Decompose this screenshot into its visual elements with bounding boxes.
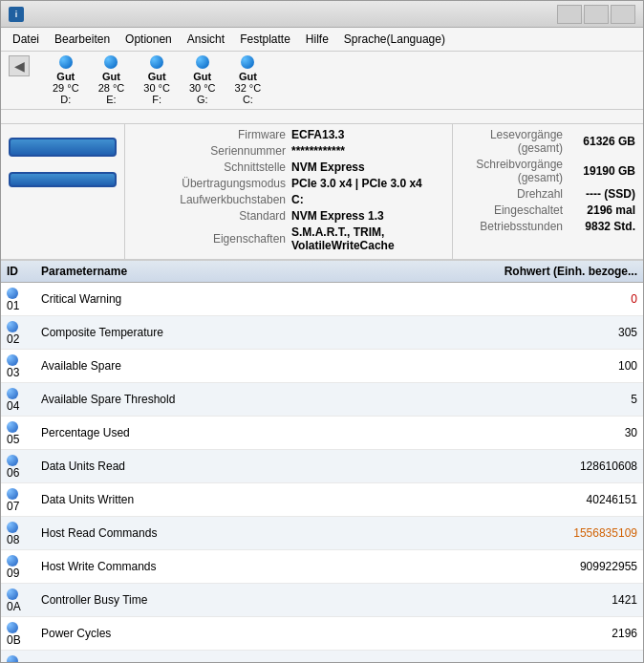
row-name: Data Units Read bbox=[35, 450, 471, 483]
right-row: Betriebsstunden 9832 Std. bbox=[461, 220, 635, 233]
row-id: 0C bbox=[1, 651, 35, 663]
row-dot bbox=[7, 522, 18, 533]
menu-item-bearbeiten[interactable]: Bearbeiten bbox=[47, 30, 118, 49]
row-graph bbox=[471, 316, 490, 350]
drive-item-G[interactable]: Gut 30 °C G: bbox=[189, 55, 216, 105]
row-dot bbox=[7, 321, 18, 332]
col-raw: Rohwert (Einh. bezoge... bbox=[490, 261, 643, 283]
drive-temp: 29 °C bbox=[53, 82, 79, 94]
prev-drive-button[interactable]: ◀ bbox=[9, 55, 30, 76]
row-value: 100 bbox=[490, 350, 643, 383]
close-button[interactable] bbox=[611, 5, 635, 24]
col-name: Parametername bbox=[35, 261, 471, 283]
row-dot bbox=[7, 388, 18, 399]
table-row[interactable]: 04 Available Spare Threshold 5 bbox=[1, 383, 643, 417]
table-row[interactable]: 07 Data Units Written 40246151 bbox=[1, 483, 643, 517]
title-bar: i bbox=[1, 1, 643, 28]
minimize-button[interactable] bbox=[557, 5, 582, 24]
row-graph bbox=[471, 350, 490, 383]
table-row[interactable]: 06 Data Units Read 128610608 bbox=[1, 450, 643, 483]
row-id: 03 bbox=[1, 350, 35, 383]
drive-letter: C: bbox=[243, 94, 253, 105]
drive-item-D[interactable]: Gut 29 °C D: bbox=[53, 55, 79, 105]
row-id: 0B bbox=[1, 617, 35, 651]
table-row[interactable]: 0A Controller Busy Time 1421 bbox=[1, 584, 643, 617]
right-panel: Lesevorgänge (gesamt) 61326 GB Schreibvo… bbox=[452, 124, 643, 259]
drive-dot bbox=[241, 55, 254, 69]
row-id: 01 bbox=[1, 283, 35, 316]
drive-letter: F: bbox=[152, 94, 161, 105]
detail-val: NVM Express bbox=[291, 160, 365, 174]
drive-health-label: Gut bbox=[56, 71, 75, 82]
menu-item-hilfe[interactable]: Hilfe bbox=[298, 30, 336, 49]
menu-item-optionen[interactable]: Optionen bbox=[118, 30, 180, 49]
health-panel bbox=[1, 124, 125, 259]
detail-row: Standard NVM Express 1.3 bbox=[133, 209, 444, 223]
drive-item-F[interactable]: Gut 30 °C F: bbox=[143, 55, 170, 105]
row-graph bbox=[471, 617, 490, 651]
drive-health-label: Gut bbox=[239, 71, 257, 82]
drive-dot bbox=[104, 55, 118, 69]
row-name: Critical Warning bbox=[35, 283, 471, 316]
detail-key: Laufwerkbuchstaben bbox=[133, 193, 286, 206]
drive-health-label: Gut bbox=[102, 71, 120, 82]
drive-temp: 28 °C bbox=[98, 82, 125, 94]
right-val: 9832 Std. bbox=[569, 220, 635, 233]
detail-val: NVM Express 1.3 bbox=[291, 209, 384, 223]
detail-row: Laufwerkbuchstaben C: bbox=[133, 193, 444, 206]
row-graph bbox=[471, 651, 490, 663]
row-id: 07 bbox=[1, 483, 35, 517]
drive-temp: 30 °C bbox=[143, 82, 170, 94]
drive-health-label: Gut bbox=[193, 71, 211, 82]
row-id: 02 bbox=[1, 316, 35, 350]
detail-key: Schnittstelle bbox=[133, 160, 286, 174]
drive-letter: E: bbox=[106, 94, 116, 105]
right-row: Eingeschaltet 2196 mal bbox=[461, 203, 635, 217]
table-row[interactable]: 08 Host Read Commands 1556835109 bbox=[1, 517, 643, 550]
row-id: 0A bbox=[1, 584, 35, 617]
row-value: 1421 bbox=[490, 584, 643, 617]
row-name: Power On Hours bbox=[35, 651, 471, 663]
app-icon: i bbox=[9, 7, 24, 22]
col-empty bbox=[471, 261, 490, 283]
drive-item-E[interactable]: Gut 28 °C E: bbox=[98, 55, 125, 105]
table-row[interactable]: 0C Power On Hours 9832 bbox=[1, 651, 643, 663]
row-value: 128610608 bbox=[490, 450, 643, 483]
drive-item-C[interactable]: Gut 32 °C C: bbox=[235, 55, 262, 105]
maximize-button[interactable] bbox=[584, 5, 609, 24]
info-section: Firmware ECFA13.3 Seriennummer *********… bbox=[1, 124, 643, 260]
smart-table: ID Parametername Rohwert (Einh. bezoge..… bbox=[1, 261, 643, 662]
detail-key: Seriennummer bbox=[133, 144, 286, 158]
row-value: 30 bbox=[490, 417, 643, 450]
row-graph bbox=[471, 550, 490, 584]
menu-item-sprache(language)[interactable]: Sprache(Language) bbox=[336, 30, 453, 49]
table-row[interactable]: 0B Power Cycles 2196 bbox=[1, 617, 643, 651]
row-dot bbox=[7, 421, 18, 433]
right-row: Drehzahl ---- (SSD) bbox=[461, 187, 635, 201]
menu-bar: DateiBearbeitenOptionenAnsichtFestplatte… bbox=[1, 28, 643, 52]
drive-bar: ◀ Gut 29 °C D: Gut 28 °C E: Gut 30 °C F:… bbox=[1, 52, 643, 110]
detail-row: Übertragungsmodus PCIe 3.0 x4 | PCIe 3.0… bbox=[133, 177, 444, 190]
menu-item-datei[interactable]: Datei bbox=[5, 30, 47, 49]
table-row[interactable]: 03 Available Spare 100 bbox=[1, 350, 643, 383]
content-area: Firmware ECFA13.3 Seriennummer *********… bbox=[1, 110, 643, 662]
detail-val: ECFA13.3 bbox=[291, 128, 344, 141]
detail-row: Schnittstelle NVM Express bbox=[133, 160, 444, 174]
detail-row: Eigenschaften S.M.A.R.T., TRIM, Volatile… bbox=[133, 225, 444, 252]
row-dot bbox=[7, 455, 18, 466]
row-dot bbox=[7, 288, 18, 299]
window-controls bbox=[557, 5, 635, 24]
table-row[interactable]: 09 Host Write Commands 909922955 bbox=[1, 550, 643, 584]
row-value: 2196 bbox=[490, 617, 643, 651]
table-row[interactable]: 05 Percentage Used 30 bbox=[1, 417, 643, 450]
menu-item-ansicht[interactable]: Ansicht bbox=[180, 30, 232, 49]
right-val: 2196 mal bbox=[569, 203, 635, 217]
table-row[interactable]: 02 Composite Temperature 305 bbox=[1, 316, 643, 350]
col-id: ID bbox=[1, 261, 35, 283]
menu-item-festplatte[interactable]: Festplatte bbox=[232, 30, 298, 49]
table-row[interactable]: 01 Critical Warning 0 bbox=[1, 283, 643, 316]
right-row: Schreibvorgänge (gesamt) 19190 GB bbox=[461, 158, 635, 184]
row-name: Power Cycles bbox=[35, 617, 471, 651]
drive-temp: 30 °C bbox=[189, 82, 216, 94]
drive-temp: 32 °C bbox=[235, 82, 262, 94]
